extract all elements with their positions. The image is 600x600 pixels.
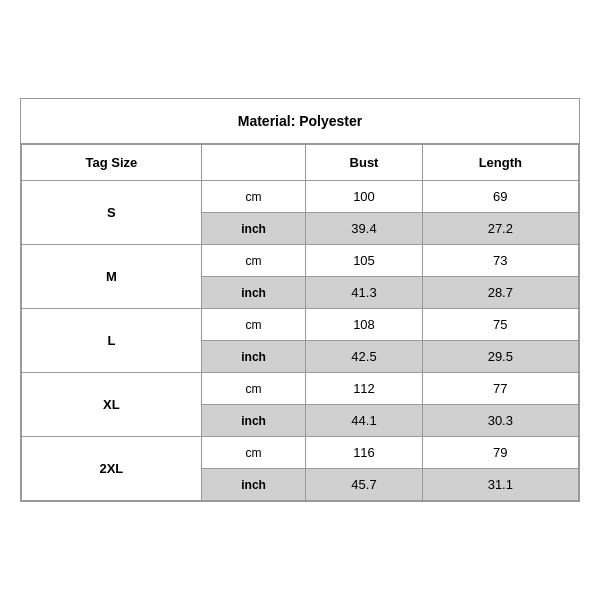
bust-cm: 112 [306,373,422,405]
unit-inch: inch [201,341,306,373]
table-row: Mcm10573 [22,245,579,277]
bust-cm: 116 [306,437,422,469]
length-inch: 31.1 [422,469,578,501]
length-inch: 27.2 [422,213,578,245]
bust-inch: 39.4 [306,213,422,245]
bust-inch: 42.5 [306,341,422,373]
unit-cm: cm [201,373,306,405]
bust-inch: 45.7 [306,469,422,501]
header-bust: Bust [306,145,422,181]
unit-inch: inch [201,213,306,245]
tag-size-cell: L [22,309,202,373]
header-unit [201,145,306,181]
length-inch: 28.7 [422,277,578,309]
length-cm: 79 [422,437,578,469]
size-table: Tag Size Bust Length Scm10069inch39.427.… [21,144,579,501]
length-cm: 69 [422,181,578,213]
bust-inch: 44.1 [306,405,422,437]
table-row: Lcm10875 [22,309,579,341]
tag-size-cell: XL [22,373,202,437]
unit-inch: inch [201,469,306,501]
table-row: 2XLcm11679 [22,437,579,469]
bust-inch: 41.3 [306,277,422,309]
tag-size-cell: 2XL [22,437,202,501]
tag-size-cell: S [22,181,202,245]
unit-inch: inch [201,405,306,437]
length-inch: 29.5 [422,341,578,373]
table-row: XLcm11277 [22,373,579,405]
unit-cm: cm [201,309,306,341]
table-row: Scm10069 [22,181,579,213]
tag-size-cell: M [22,245,202,309]
size-chart-container: Material: Polyester Tag Size Bust Length… [20,98,580,502]
unit-inch: inch [201,277,306,309]
length-cm: 77 [422,373,578,405]
unit-cm: cm [201,245,306,277]
table-title: Material: Polyester [21,99,579,144]
length-cm: 75 [422,309,578,341]
unit-cm: cm [201,437,306,469]
header-tag-size: Tag Size [22,145,202,181]
unit-cm: cm [201,181,306,213]
bust-cm: 108 [306,309,422,341]
bust-cm: 100 [306,181,422,213]
bust-cm: 105 [306,245,422,277]
header-length: Length [422,145,578,181]
length-cm: 73 [422,245,578,277]
length-inch: 30.3 [422,405,578,437]
